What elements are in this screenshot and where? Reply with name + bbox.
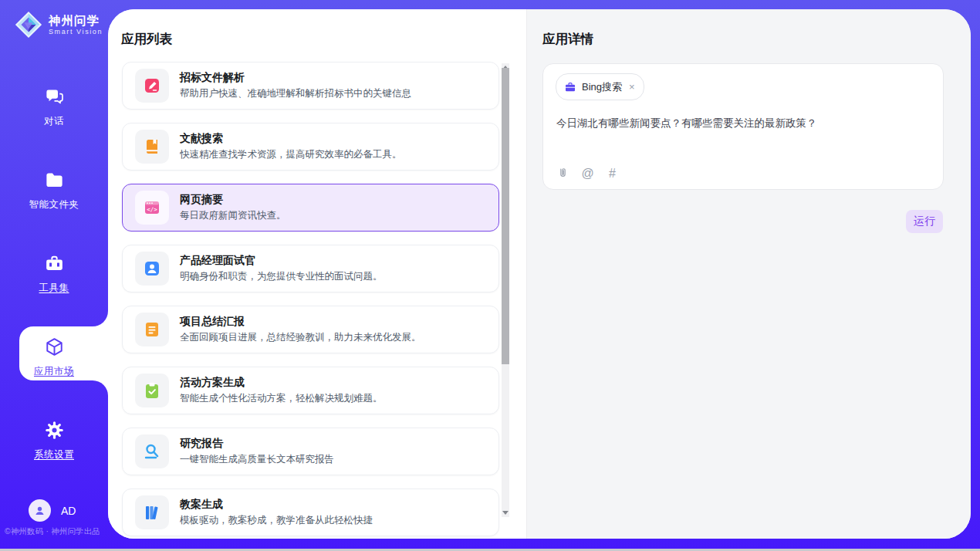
- app-card-text: 教案生成模板驱动，教案秒成，教学准备从此轻松快捷: [180, 498, 373, 528]
- copyright: ©神州数码 · 神州问学出品: [5, 526, 108, 537]
- sidebar-item-label: 智能文件夹: [0, 198, 108, 211]
- app-icon-box: [135, 434, 169, 468]
- app-card-description: 模板驱动，教案秒成，教学准备从此轻松快捷: [180, 514, 373, 527]
- app-card-title: 网页摘要: [180, 193, 286, 206]
- app-card-description: 一键智能生成高质量长文本研究报告: [180, 453, 334, 466]
- paperclip-icon[interactable]: [556, 167, 569, 180]
- app-card-list: 招标文件解析帮助用户快速、准确地理解和解析招标书中的关键信息文献搜索快速精准查找…: [122, 62, 499, 539]
- brand-name: 神州问学: [49, 14, 103, 27]
- active-nav-fillet-top: [93, 311, 108, 326]
- app-card-description: 全面回顾项目进展，总结经验教训，助力未来优化发展。: [180, 331, 421, 344]
- app-card[interactable]: 产品经理面试官明确身份和职责，为您提供专业性的面试问题。: [122, 245, 499, 292]
- close-icon[interactable]: ×: [629, 81, 635, 93]
- active-nav-fillet-bottom: [93, 380, 108, 396]
- app-card[interactable]: 研究报告一键智能生成高质量长文本研究报告: [122, 428, 499, 475]
- app-card[interactable]: 活动方案生成智能生成个性化活动方案，轻松解决规划难题。: [122, 367, 499, 414]
- sidebar-item-system-settings[interactable]: 系统设置: [0, 420, 108, 461]
- app-icon-box: </>: [135, 191, 169, 225]
- app-card-text: 研究报告一键智能生成高质量长文本研究报告: [180, 437, 334, 467]
- app-list-title: 应用列表: [121, 31, 172, 48]
- app-card-text: 网页摘要每日政府新闻资讯快查。: [180, 193, 286, 223]
- app-card-description: 明确身份和职责，为您提供专业性的面试问题。: [180, 270, 383, 283]
- app-card[interactable]: </>网页摘要每日政府新闻资讯快查。: [122, 184, 499, 232]
- browser-code-icon: </>: [143, 198, 161, 217]
- brand-logo: 神州问学 Smart Vision: [14, 10, 103, 39]
- app-card-title: 研究报告: [180, 437, 334, 450]
- app-icon-box: [135, 374, 169, 407]
- app-card-title: 产品经理面试官: [180, 254, 383, 267]
- main-panel: 应用列表 招标文件解析帮助用户快速、准确地理解和解析招标书中的关键信息文献搜索快…: [108, 9, 971, 539]
- app-detail-pane: 应用详情 Bing搜索 × 今日湖北有哪些新闻要点？有哪些需要关注的最新政策？ …: [526, 9, 971, 539]
- app-icon-box: [135, 313, 169, 346]
- prompt-card: Bing搜索 × 今日湖北有哪些新闻要点？有哪些需要关注的最新政策？ @#: [542, 63, 944, 190]
- app-card-text: 招标文件解析帮助用户快速、准确地理解和解析招标书中的关键信息: [180, 71, 411, 101]
- app-card[interactable]: 教案生成模板驱动，教案秒成，教学准备从此轻松快捷: [122, 488, 499, 536]
- app-card-text: 活动方案生成智能生成个性化活动方案，轻松解决规划难题。: [180, 376, 383, 406]
- person-doc-icon: [143, 259, 161, 278]
- toolbox-icon: [44, 253, 65, 274]
- app-icon-box: [135, 495, 169, 529]
- scrollbar[interactable]: [502, 63, 509, 517]
- app-detail-title: 应用详情: [542, 31, 593, 48]
- app-card-title: 教案生成: [180, 498, 373, 511]
- input-toolbar: @#: [556, 167, 619, 180]
- folder-icon: [44, 170, 65, 191]
- sidebar-item-smart-folders[interactable]: 智能文件夹: [0, 170, 108, 211]
- app-card-description: 智能生成个性化活动方案，轻松解决规划难题。: [180, 392, 383, 405]
- app-icon-box: [135, 130, 169, 164]
- app-icon-box: [135, 252, 169, 286]
- app-list-pane: 应用列表 招标文件解析帮助用户快速、准确地理解和解析招标书中的关键信息文献搜索快…: [108, 9, 526, 539]
- book-icon: [143, 137, 161, 156]
- app-card-title: 活动方案生成: [180, 376, 383, 389]
- pencil-doc-icon: [143, 76, 161, 95]
- sidebar-item-label: 对话: [0, 115, 108, 128]
- gear-icon: [44, 420, 65, 441]
- svg-text:</>: </>: [147, 206, 157, 213]
- app-card-text: 文献搜索快速精准查找学术资源，提高研究效率的必备工具。: [180, 132, 402, 162]
- brand-tagline: Smart Vision: [49, 29, 103, 36]
- app-card-title: 招标文件解析: [180, 71, 411, 84]
- user-row[interactable]: AD: [29, 499, 76, 522]
- app-card[interactable]: 招标文件解析帮助用户快速、准确地理解和解析招标书中的关键信息: [122, 62, 499, 110]
- app-icon-box: [135, 69, 169, 103]
- scroll-down-arrow-icon[interactable]: [502, 511, 509, 515]
- tool-tag-label: Bing搜索: [582, 80, 622, 94]
- app-card-title: 文献搜索: [180, 132, 402, 145]
- sidebar-item-label: 系统设置: [0, 448, 108, 461]
- diamond-logo-icon: [14, 10, 43, 39]
- tool-tag[interactable]: Bing搜索 ×: [556, 73, 644, 100]
- app-card[interactable]: 项目总结汇报全面回顾项目进展，总结经验教训，助力未来优化发展。: [122, 306, 499, 353]
- app-card-description: 每日政府新闻资讯快查。: [180, 209, 286, 222]
- app-card-description: 帮助用户快速、准确地理解和解析招标书中的关键信息: [180, 87, 411, 100]
- books-icon: [143, 503, 161, 522]
- app-card-text: 产品经理面试官明确身份和职责，为您提供专业性的面试问题。: [180, 254, 383, 284]
- sidebar-item-label: 工具集: [0, 282, 108, 295]
- scroll-thumb[interactable]: [502, 68, 509, 364]
- sidebar: 神州问学 Smart Vision 对话智能文件夹工具集应用市场系统设置 AD …: [0, 0, 108, 549]
- query-text[interactable]: 今日湖北有哪些新闻要点？有哪些需要关注的最新政策？: [556, 116, 927, 131]
- briefcase-icon: [564, 81, 576, 93]
- microscope-icon: [143, 442, 161, 461]
- clipboard-check-icon: [143, 381, 161, 400]
- app-card-description: 快速精准查找学术资源，提高研究效率的必备工具。: [180, 148, 402, 161]
- sidebar-item-label: 应用市场: [0, 365, 108, 378]
- person-icon[interactable]: [29, 499, 51, 522]
- app-card[interactable]: 文献搜索快速精准查找学术资源，提高研究效率的必备工具。: [122, 123, 499, 171]
- hash-icon[interactable]: #: [606, 167, 619, 180]
- user-initials: AD: [61, 505, 76, 517]
- cube-icon: [44, 336, 65, 357]
- sidebar-item-toolset[interactable]: 工具集: [0, 253, 108, 295]
- app-card-title: 项目总结汇报: [180, 315, 421, 328]
- app-card-text: 项目总结汇报全面回顾项目进展，总结经验教训，助力未来优化发展。: [180, 315, 421, 345]
- chat-icon: [44, 86, 65, 107]
- run-button[interactable]: 运行: [906, 210, 943, 233]
- at-icon[interactable]: @: [581, 167, 594, 180]
- sidebar-item-app-market[interactable]: 应用市场: [0, 336, 108, 378]
- doc-lines-icon: [143, 320, 161, 339]
- sidebar-item-chat[interactable]: 对话: [0, 86, 108, 128]
